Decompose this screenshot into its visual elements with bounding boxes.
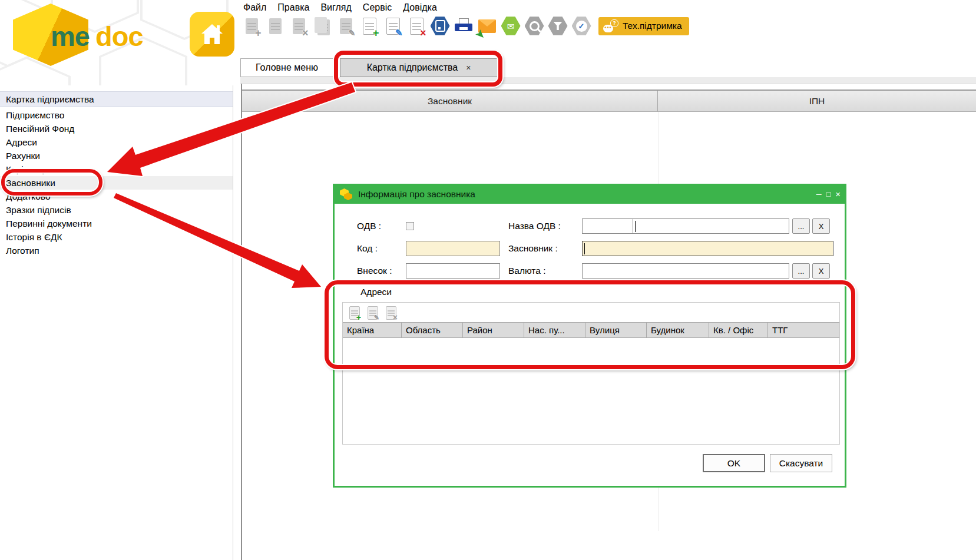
chat-bubbles-icon: •••? [603, 19, 618, 32]
founders-table-header: Засновник ІПН [242, 90, 976, 112]
zasnovnyk-label: Засновник : [508, 241, 558, 256]
add-record-icon[interactable]: + [359, 16, 379, 36]
sidebar-item-pensiynyi-fond[interactable]: Пенсійний Фонд [0, 122, 233, 135]
edit-record-icon[interactable]: ✎ [383, 16, 403, 36]
odv-label: ОДВ : [357, 218, 381, 234]
tab-close-icon[interactable]: × [466, 63, 471, 72]
field-segment-divider [633, 219, 633, 233]
window-controls: ─ □ × [816, 191, 841, 198]
print-icon[interactable] [454, 16, 474, 36]
tab-company-card-label: Картка підприємства [367, 62, 458, 73]
sidebar-item-adresy[interactable]: Адреси [0, 135, 233, 149]
vnesok-label: Внесок : [357, 263, 392, 279]
valuta-browse-button[interactable]: ... [792, 263, 810, 279]
sidebar-item-rakhunky[interactable]: Рахунки [0, 149, 233, 163]
addresses-toolbar: + ✎ × [348, 305, 398, 320]
address-col-region[interactable]: Область [402, 323, 463, 337]
column-header-founder[interactable]: Засновник [242, 91, 658, 111]
addresses-group-label: Адреси [360, 287, 392, 297]
send-report-icon[interactable] [477, 16, 497, 36]
address-col-country[interactable]: Країна [343, 323, 402, 337]
logo-text-me: me [51, 20, 90, 52]
maximize-icon[interactable]: □ [826, 191, 831, 198]
app-window: me doc Файл Правка Вигляд Сервіс Довідка… [0, 0, 976, 560]
menu-edit[interactable]: Правка [277, 2, 309, 13]
address-col-building[interactable]: Будинок [647, 323, 709, 337]
tech-support-button[interactable]: •••? Тех.підтримка [598, 17, 689, 35]
kod-input[interactable] [406, 241, 500, 256]
address-delete-icon[interactable]: × [384, 305, 398, 320]
nazva-odv-browse-button[interactable]: ... [792, 218, 810, 234]
column-header-ipn[interactable]: ІПН [658, 91, 976, 111]
sidebar-item-dodatkovo[interactable]: Додатково [0, 190, 233, 203]
sidebar: Картка підприємства Підприємство Пенсійн… [0, 85, 233, 560]
ok-button[interactable]: OK [703, 454, 765, 472]
filter-icon[interactable] [548, 16, 568, 36]
panel-divider [241, 84, 242, 560]
dialog-medoc-icon [339, 187, 353, 201]
menu-view[interactable]: Вигляд [320, 2, 351, 13]
toolbar: + × ✎ + ✎ × ✉ ✓ •••? Тех.підтримка [241, 15, 689, 37]
edit-document-icon[interactable]: ✎ [336, 16, 356, 36]
address-edit-icon[interactable]: ✎ [366, 305, 380, 320]
zasnovnyk-input[interactable] [582, 241, 833, 256]
message-exchange-icon[interactable]: ✉ [501, 16, 521, 36]
sidebar-item-zasnovnyky[interactable]: Засновники [0, 176, 233, 190]
addresses-panel: + ✎ × Країна Область Район Нас. пу... Ву… [342, 302, 840, 445]
open-document-icon[interactable] [265, 16, 285, 36]
address-add-icon[interactable]: + [348, 305, 362, 320]
delete-record-icon[interactable]: × [406, 16, 426, 36]
copy-icon[interactable] [312, 16, 332, 36]
tab-company-card[interactable]: Картка підприємства × [340, 58, 498, 77]
address-col-ttg[interactable]: ТТГ [768, 323, 839, 337]
tab-main-menu-label: Головне меню [256, 62, 318, 73]
vnesok-input[interactable] [406, 263, 500, 279]
close-icon[interactable]: × [835, 191, 841, 198]
address-col-settlement[interactable]: Нас. пу... [524, 323, 585, 337]
home-button[interactable] [190, 12, 234, 57]
delete-document-icon[interactable]: × [289, 16, 309, 36]
tabstrip-background [240, 77, 976, 84]
address-col-district[interactable]: Район [463, 323, 524, 337]
tab-main-menu[interactable]: Головне меню [240, 58, 333, 77]
sidebar-item-logotyp[interactable]: Логотип [0, 244, 233, 257]
valuta-clear-button[interactable]: X [812, 263, 830, 279]
sidebar-item-istoriia-v-yedk[interactable]: Історія в ЄДК [0, 230, 233, 244]
sidebar-item-pervynni-dokumenty[interactable]: Первинні документи [0, 217, 233, 230]
address-col-street[interactable]: Вулиця [585, 323, 647, 337]
minimize-icon[interactable]: ─ [816, 191, 822, 198]
founder-info-dialog: Інформація про засновника ─ □ × ОДВ : На… [333, 184, 846, 488]
menu-help[interactable]: Довідка [403, 2, 437, 13]
sidebar-item-zrazky-pidpysiv[interactable]: Зразки підписів [0, 203, 233, 217]
verify-icon[interactable]: ✓ [571, 16, 591, 36]
odv-checkbox[interactable] [406, 222, 414, 230]
document-viewer-icon[interactable] [430, 16, 450, 36]
menu-service[interactable]: Сервіс [363, 2, 392, 13]
text-caret [584, 243, 585, 254]
cancel-button[interactable]: Скасувати [770, 454, 832, 472]
valuta-input[interactable] [582, 263, 789, 279]
dialog-titlebar[interactable]: Інформація про засновника ─ □ × [334, 185, 845, 204]
address-col-apartment[interactable]: Кв. / Офіс [709, 323, 768, 337]
tech-support-label: Тех.підтримка [623, 21, 682, 31]
dialog-title: Інформація про засновника [358, 189, 475, 200]
sidebar-list: Підприємство Пенсійний Фонд Адреси Рахун… [0, 108, 233, 257]
nazva-odv-label: Назва ОДВ : [508, 218, 561, 234]
new-document-icon[interactable]: + [241, 16, 262, 36]
kod-label: Код : [357, 241, 378, 256]
sidebar-item-kerivnytstvo[interactable]: Керівництво [0, 163, 233, 176]
menu-file[interactable]: Файл [243, 2, 266, 13]
sidebar-header: Картка підприємства [0, 91, 233, 107]
sidebar-item-pidpryiemstvo[interactable]: Підприємство [0, 108, 233, 122]
menubar: Файл Правка Вигляд Сервіс Довідка [243, 1, 437, 15]
nazva-odv-clear-button[interactable]: X [812, 218, 830, 234]
text-caret [635, 221, 636, 232]
valuta-label: Валюта : [508, 263, 545, 279]
logo-text-doc: doc [95, 20, 143, 52]
nazva-odv-input[interactable] [582, 218, 789, 234]
home-icon [200, 23, 224, 45]
addresses-table-header: Країна Область Район Нас. пу... Вулиця Б… [343, 322, 839, 338]
search-icon[interactable] [524, 16, 544, 36]
